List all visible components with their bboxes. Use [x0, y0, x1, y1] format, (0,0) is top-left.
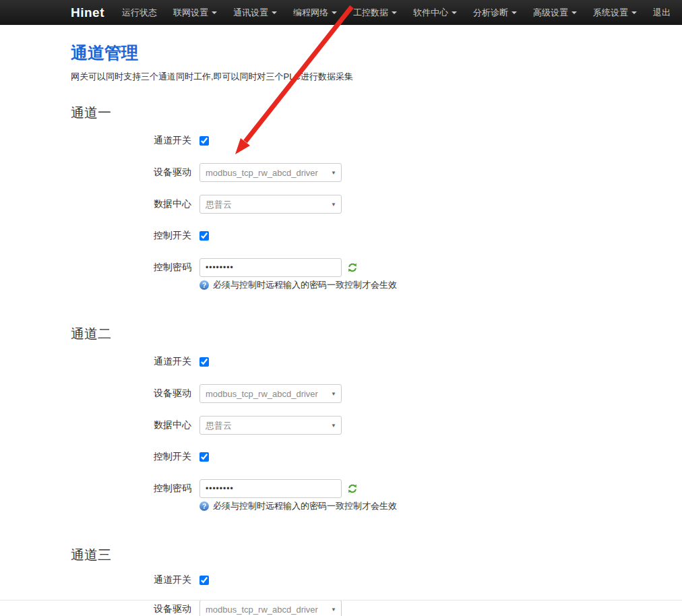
channel-2-control-password-input[interactable]: [199, 479, 342, 498]
nav-item-label: 系统设置: [593, 0, 628, 25]
chevron-down-icon: [332, 11, 337, 14]
control-switch-label: 控制开关: [71, 451, 199, 463]
channel-2-control-switch-checkbox[interactable]: [199, 452, 209, 462]
password-help-row: ? 必须与控制时远程输入的密码一致控制才会生效: [199, 500, 682, 512]
channel-2-switch-checkbox[interactable]: [199, 357, 209, 367]
channel-1-control-switch-checkbox[interactable]: [199, 231, 209, 241]
control-password-row: 控制密码: [71, 258, 682, 277]
nav-item-advanced-settings[interactable]: 高级设置: [525, 0, 585, 25]
channel-3-title: 通道三: [71, 546, 682, 564]
chevron-down-icon: [512, 11, 517, 14]
data-center-label: 数据中心: [71, 198, 199, 210]
device-driver-label: 设备驱动: [71, 166, 199, 179]
password-help-text: 必须与控制时远程输入的密码一致控制才会生效: [213, 500, 397, 512]
nav-item-running-status[interactable]: 运行状态: [114, 0, 165, 25]
data-center-label: 数据中心: [71, 419, 199, 431]
nav-item-label: 编程网络: [293, 0, 328, 25]
channel-2-title: 通道二: [71, 325, 682, 343]
nav-item-label: 分析诊断: [473, 0, 508, 25]
nav-item-software-center[interactable]: 软件中心: [405, 0, 465, 25]
device-driver-row: 设备驱动 modbus_tcp_rw_abcd_driver ▼: [71, 600, 682, 616]
channel-switch-row: 通道开关: [71, 352, 682, 371]
nav-item-label: 软件中心: [413, 0, 448, 25]
control-password-label: 控制密码: [71, 261, 199, 274]
nav-item-industrial-data[interactable]: 工控数据: [345, 0, 405, 25]
channel-switch-label: 通道开关: [71, 356, 199, 368]
control-switch-row: 控制开关: [71, 448, 682, 466]
channel-1-switch-checkbox[interactable]: [199, 136, 209, 146]
control-switch-label: 控制开关: [71, 230, 199, 242]
refresh-icon[interactable]: [347, 262, 358, 273]
channel-switch-label: 通道开关: [71, 135, 199, 147]
nav-item-programming-network[interactable]: 编程网络: [285, 0, 345, 25]
nav-item-label: 高级设置: [533, 0, 568, 25]
nav-item-label: 工控数据: [353, 0, 388, 25]
channel-2-data-center-select[interactable]: 思普云: [199, 416, 342, 435]
data-center-row: 数据中心 思普云 ▼: [71, 195, 682, 214]
nav-item-network-settings[interactable]: 联网设置: [165, 0, 225, 25]
nav-item-comm-settings[interactable]: 通讯设置: [225, 0, 285, 25]
channel-switch-row: 通道开关: [71, 571, 682, 590]
channel-3-switch-checkbox[interactable]: [199, 576, 209, 585]
page-subtitle: 网关可以同时支持三个通道同时工作,即可以同时对三个PLC进行数据采集: [71, 71, 682, 83]
device-driver-label: 设备驱动: [71, 388, 199, 400]
nav-item-system-settings[interactable]: 系统设置: [585, 0, 645, 25]
chevron-down-icon: [571, 11, 577, 14]
channel-1-data-center-select[interactable]: 思普云: [199, 195, 342, 214]
channel-2-device-driver-select[interactable]: modbus_tcp_rw_abcd_driver: [199, 384, 342, 403]
control-password-label: 控制密码: [71, 483, 199, 495]
channel-1-device-driver-select[interactable]: modbus_tcp_rw_abcd_driver: [199, 163, 342, 182]
nav-item-label: 通讯设置: [233, 0, 268, 25]
chevron-down-icon: [212, 11, 217, 14]
bottom-divider: [0, 600, 682, 600]
device-driver-label: 设备驱动: [71, 603, 199, 615]
channel-1-control-password-input[interactable]: [199, 258, 342, 277]
channel-1-title: 通道一: [71, 104, 682, 122]
nav-item-analysis-diagnosis[interactable]: 分析诊断: [465, 0, 525, 25]
data-center-row: 数据中心 思普云 ▼: [71, 416, 682, 435]
channel-switch-label: 通道开关: [71, 574, 199, 586]
channel-3-device-driver-select[interactable]: modbus_tcp_rw_abcd_driver: [199, 600, 342, 616]
help-icon: ?: [199, 280, 209, 290]
channel-1-section: 通道一 通道开关 设备驱动 modbus_tcp_rw_abcd_driver …: [71, 104, 682, 291]
help-icon: ?: [199, 501, 209, 511]
nav-item-logout[interactable]: 退出: [645, 0, 679, 25]
nav-item-label: 退出: [653, 0, 671, 25]
channel-3-section: 通道三 通道开关 设备驱动 modbus_tcp_rw_abcd_driver …: [71, 546, 682, 616]
brand-logo[interactable]: Hinet: [71, 5, 104, 20]
device-driver-row: 设备驱动 modbus_tcp_rw_abcd_driver ▼: [71, 163, 682, 182]
chevron-down-icon: [631, 11, 637, 14]
chevron-down-icon: [272, 11, 277, 14]
chevron-down-icon: [392, 11, 397, 14]
device-driver-row: 设备驱动 modbus_tcp_rw_abcd_driver ▼: [71, 384, 682, 403]
nav-item-label: 运行状态: [122, 0, 157, 25]
control-switch-row: 控制开关: [71, 226, 682, 245]
page-title: 通道管理: [71, 42, 682, 64]
chevron-down-icon: [452, 11, 457, 14]
channel-2-section: 通道二 通道开关 设备驱动 modbus_tcp_rw_abcd_driver …: [71, 325, 682, 512]
password-help-text: 必须与控制时远程输入的密码一致控制才会生效: [213, 279, 397, 291]
top-navbar: Hinet 运行状态 联网设置 通讯设置 编程网络 工控数据 软件中心 分析诊断…: [0, 0, 682, 25]
main-content: 通道管理 网关可以同时支持三个通道同时工作,即可以同时对三个PLC进行数据采集 …: [0, 25, 682, 616]
password-help-row: ? 必须与控制时远程输入的密码一致控制才会生效: [199, 279, 682, 291]
channel-switch-row: 通道开关: [71, 131, 682, 150]
control-password-row: 控制密码: [71, 479, 682, 498]
nav-item-label: 联网设置: [173, 0, 208, 25]
refresh-icon[interactable]: [347, 483, 358, 494]
